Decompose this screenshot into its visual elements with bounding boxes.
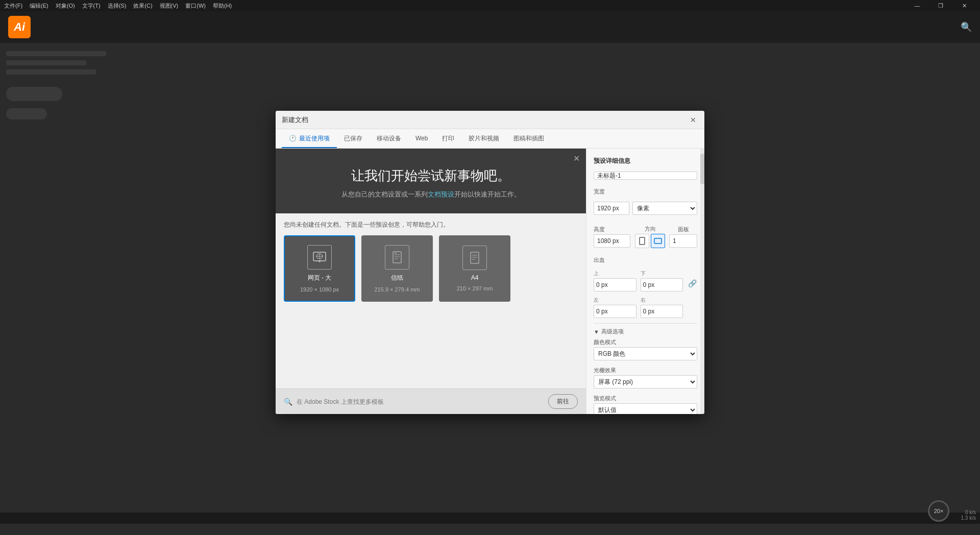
hero-title: 让我们开始尝试新事物吧。 bbox=[296, 167, 566, 185]
left-panel bbox=[0, 43, 112, 524]
hero-banner: ✕ 让我们开始尝试新事物吧。 从您自己的文档设置或一系列文档预设开始以快速开始工… bbox=[276, 149, 586, 213]
menu-effect[interactable]: 效果(C) bbox=[133, 2, 152, 10]
presets-area: 您尚未创建任何文档。下面是一些预设创意，可帮助您入门。 bbox=[276, 213, 586, 388]
bleed-label: 出血 bbox=[594, 256, 697, 264]
status-info: 0 k/s 1.3 k/s bbox=[961, 509, 976, 521]
tab-print[interactable]: 打印 bbox=[435, 130, 461, 148]
dialog-overlay: 新建文档 ✕ 🕐 最近使用项 已保存 移动设备 Web bbox=[0, 43, 980, 513]
tab-print-label: 打印 bbox=[442, 134, 454, 143]
search-icon: 🔍 bbox=[284, 398, 292, 406]
dialog-close-icon[interactable]: ✕ bbox=[688, 115, 698, 125]
presets-hint: 您尚未创建任何文档。下面是一些预设创意，可帮助您入门。 bbox=[284, 221, 578, 229]
portrait-btn[interactable] bbox=[635, 234, 649, 248]
menu-text[interactable]: 文字(T) bbox=[82, 2, 101, 10]
landscape-btn[interactable] bbox=[651, 234, 665, 248]
width-input[interactable] bbox=[594, 202, 629, 215]
preset-card-a4[interactable]: A4 210 × 297 mm bbox=[439, 235, 510, 302]
tab-film[interactable]: 胶片和视频 bbox=[461, 130, 506, 148]
tab-web[interactable]: Web bbox=[408, 130, 435, 148]
goto-button[interactable]: 前往 bbox=[548, 394, 578, 409]
dialog-right-panel: 预设详细信息 宽度 像素 毫米 英寸 厘米 bbox=[586, 149, 704, 414]
dialog-search-bar: 🔍 前往 bbox=[276, 388, 586, 414]
upload-speed: 0 k/s bbox=[965, 509, 976, 515]
bleed-top-col: 上 bbox=[594, 270, 636, 291]
menu-help[interactable]: 帮助(H) bbox=[213, 2, 232, 10]
skeleton-bar-2 bbox=[6, 60, 86, 65]
bleed-top-input[interactable] bbox=[594, 278, 636, 291]
bleed-left-input[interactable] bbox=[594, 305, 636, 318]
tab-mobile[interactable]: 移动设备 bbox=[370, 130, 408, 148]
tab-film-label: 胶片和视频 bbox=[469, 134, 499, 143]
stock-search-input[interactable] bbox=[297, 398, 544, 405]
raster-label: 光栅效果 bbox=[594, 367, 697, 374]
hero-subtitle-after: 开始以快速开始工作。 bbox=[454, 190, 521, 198]
menu-select[interactable]: 选择(S) bbox=[108, 2, 127, 10]
bleed-right-col: 右 bbox=[641, 297, 683, 318]
menu-edit[interactable]: 编辑(E) bbox=[30, 2, 48, 10]
tab-web-label: Web bbox=[415, 135, 428, 142]
preset-name-a4: A4 bbox=[471, 274, 479, 281]
new-document-dialog: 新建文档 ✕ 🕐 最近使用项 已保存 移动设备 Web bbox=[276, 111, 704, 414]
tab-recent-label: 最近使用项 bbox=[299, 134, 330, 143]
titlebar-menu: 文件(F) 编辑(E) 对象(O) 文字(T) 选择(S) 效果(C) 视图(V… bbox=[4, 2, 232, 10]
preset-name-web: 网页 - 大 bbox=[308, 274, 332, 282]
chevron-down-icon: ▼ bbox=[594, 329, 599, 335]
svg-rect-14 bbox=[640, 237, 645, 245]
menu-view[interactable]: 视图(V) bbox=[160, 2, 179, 10]
width-unit-select[interactable]: 像素 毫米 英寸 厘米 bbox=[632, 202, 697, 215]
width-label: 宽度 bbox=[594, 188, 697, 196]
search-icon[interactable]: 🔍 bbox=[961, 21, 972, 33]
bleed-left-right-row: 左 右 bbox=[594, 297, 697, 318]
restore-button[interactable]: ❐ bbox=[929, 0, 952, 11]
hero-subtitle: 从您自己的文档设置或一系列文档预设开始以快速开始工作。 bbox=[296, 190, 566, 199]
bleed-left-col: 左 bbox=[594, 297, 636, 318]
preset-card-letter[interactable]: 信纸 215.9 × 279.4 mm bbox=[361, 235, 433, 302]
orientation-label: 方向 bbox=[645, 225, 656, 233]
hero-close-icon[interactable]: ✕ bbox=[573, 154, 580, 163]
scrollbar-track[interactable] bbox=[700, 149, 704, 414]
preset-name-letter: 信纸 bbox=[391, 274, 403, 282]
tab-saved-label: 已保存 bbox=[344, 134, 362, 143]
tab-illustration-label: 图稿和插图 bbox=[513, 134, 544, 143]
raster-select[interactable]: 屏幕 (72 ppi) 中 (150 ppi) 高 (300 ppi) bbox=[594, 375, 697, 388]
advanced-toggle[interactable]: ▼ 高级选项 bbox=[594, 328, 697, 335]
dialog-body: ✕ 让我们开始尝试新事物吧。 从您自己的文档设置或一系列文档预设开始以快速开始工… bbox=[276, 149, 704, 414]
bleed-right-input[interactable] bbox=[641, 305, 683, 318]
menu-object[interactable]: 对象(O) bbox=[56, 2, 75, 10]
bleed-top-label: 上 bbox=[594, 270, 636, 277]
preset-card-web-large[interactable]: 网页 - 大 1920 × 1080 px bbox=[284, 235, 355, 302]
dialog-title: 新建文档 bbox=[282, 115, 308, 125]
scrollbar-thumb[interactable] bbox=[700, 154, 704, 184]
workspace: 新建文档 ✕ 🕐 最近使用项 已保存 移动设备 Web bbox=[0, 43, 980, 524]
bleed-bottom-input[interactable] bbox=[641, 278, 683, 291]
tab-mobile-label: 移动设备 bbox=[377, 134, 401, 143]
close-button[interactable]: ✕ bbox=[952, 0, 976, 11]
doc-name-input[interactable] bbox=[594, 172, 697, 180]
app-logo: Ai bbox=[8, 16, 31, 38]
statusbar: 20× 0 k/s 1.3 k/s bbox=[0, 513, 980, 524]
titlebar: 文件(F) 编辑(E) 对象(O) 文字(T) 选择(S) 效果(C) 视图(V… bbox=[0, 0, 980, 11]
bleed-bottom-label: 下 bbox=[641, 270, 683, 277]
zoom-indicator: 20× bbox=[928, 500, 949, 522]
dialog-left-panel: ✕ 让我们开始尝试新事物吧。 从您自己的文档设置或一系列文档预设开始以快速开始工… bbox=[276, 149, 586, 414]
menu-file[interactable]: 文件(F) bbox=[4, 2, 22, 10]
preview-select[interactable]: 默认值 像素 叠印 bbox=[594, 403, 697, 414]
skeleton-btn-2 bbox=[6, 108, 47, 119]
tab-saved[interactable]: 已保存 bbox=[337, 130, 370, 148]
presets-grid: 网页 - 大 1920 × 1080 px bbox=[284, 235, 578, 302]
preview-label: 预览模式 bbox=[594, 395, 697, 402]
preset-icon-web bbox=[307, 245, 332, 270]
dialog-titlebar: 新建文档 ✕ bbox=[276, 111, 704, 129]
minimize-button[interactable]: — bbox=[905, 0, 929, 11]
width-row: 像素 毫米 英寸 厘米 bbox=[594, 202, 697, 215]
download-speed: 1.3 k/s bbox=[961, 515, 976, 521]
hero-subtitle-link[interactable]: 文档预设 bbox=[428, 190, 454, 198]
tab-illustration[interactable]: 图稿和插图 bbox=[506, 130, 551, 148]
board-input[interactable] bbox=[669, 234, 697, 248]
color-mode-select[interactable]: RGB 颜色 CMYK 颜色 灰度 bbox=[594, 347, 697, 360]
tab-recent[interactable]: 🕐 最近使用项 bbox=[282, 130, 337, 148]
link-bleed-icon[interactable]: 🔗 bbox=[687, 278, 697, 288]
height-input[interactable] bbox=[594, 234, 630, 248]
svg-rect-10 bbox=[471, 252, 479, 263]
menu-window[interactable]: 窗口(W) bbox=[185, 2, 206, 10]
